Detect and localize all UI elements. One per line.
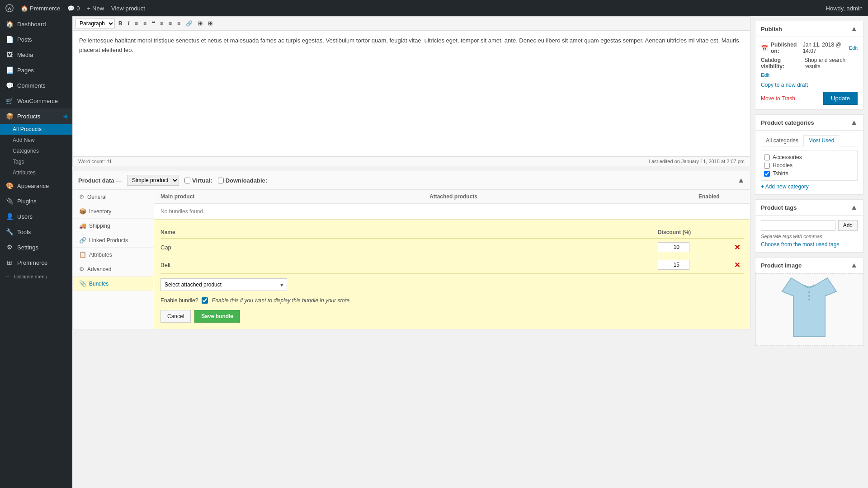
published-date-edit-link[interactable]: Edit [849, 45, 858, 51]
collapse-menu[interactable]: ← Collapse menu [0, 270, 72, 283]
product-image[interactable] [755, 273, 863, 346]
editor-content[interactable]: Pellentesque habitant morbi tristique se… [72, 30, 750, 157]
nav-item-general[interactable]: ⚙ General [73, 190, 154, 204]
product-data-body: ⚙ General 📦 Inventory 🚚 Shipping 🔗 [73, 190, 750, 329]
nav-item-bundles[interactable]: 📎 Bundles [73, 277, 154, 291]
cap-discount-input[interactable] [658, 242, 689, 252]
word-count: Word count: 41 [78, 159, 112, 164]
align-center-button[interactable]: ≡ [167, 19, 174, 28]
cancel-button[interactable]: Cancel [160, 310, 191, 323]
align-right-button[interactable]: ≡ [175, 19, 182, 28]
bundles-content: Main product Attached products Enabled N… [154, 190, 750, 329]
svg-point-2 [808, 291, 810, 293]
tags-panel-toggle[interactable]: ▲ [850, 203, 858, 211]
add-tag-button[interactable]: Add [838, 220, 858, 231]
users-icon: 👤 [5, 212, 14, 221]
advanced-nav-icon: ⚙ [79, 266, 85, 272]
add-category-link[interactable]: + Add new category [761, 183, 858, 190]
insert-media-button[interactable]: ⊞ [206, 19, 214, 28]
remove-cap-button[interactable]: ✕ [730, 243, 744, 252]
downloadable-checkbox[interactable] [218, 178, 224, 183]
bundles-nav-icon: 📎 [79, 280, 86, 287]
visibility-edit-link[interactable]: Edit [761, 72, 769, 78]
sidebar-item-comments[interactable]: 💬 Comments [0, 78, 72, 93]
category-accessories-checkbox[interactable] [764, 155, 770, 160]
sidebar-item-plugins[interactable]: 🔌 Plugins [0, 193, 72, 209]
most-used-tags-link[interactable]: Choose from the most used tags [761, 241, 839, 248]
category-accessories: Accessories [764, 153, 854, 161]
categories-panel-header: Product categories ▲ [755, 115, 863, 131]
nav-item-attributes[interactable]: 📋 Attributes [73, 248, 154, 262]
category-hoodies-checkbox[interactable] [764, 163, 770, 169]
product-data-label: Product data — [78, 177, 122, 184]
sidebar-item-premmerce[interactable]: ⊞ Premmerce [0, 255, 72, 270]
sidebar-item-products[interactable]: 📦 Products ◀ [0, 108, 72, 124]
nav-item-shipping[interactable]: 🚚 Shipping [73, 219, 154, 233]
move-trash-link[interactable]: Move to Trash [761, 95, 795, 102]
update-button[interactable]: Update [823, 92, 858, 105]
unordered-list-button[interactable]: ≡ [133, 19, 140, 28]
insert-table-button[interactable]: ⊞ [196, 19, 204, 28]
sidebar-sub-add-new[interactable]: Add New [0, 135, 72, 145]
bold-button[interactable]: B [117, 19, 124, 28]
bundle-edit-area: Name Discount (%) Cap ✕ [154, 220, 750, 329]
sidebar-item-woocommerce[interactable]: 🛒 WooCommerce [0, 93, 72, 108]
italic-button[interactable]: I [126, 19, 131, 28]
sidebar-sub-tags[interactable]: Tags [0, 156, 72, 167]
nav-item-advanced[interactable]: ⚙ Advanced [73, 262, 154, 277]
categories-panel-toggle[interactable]: ▲ [850, 118, 858, 127]
sidebar-item-tools[interactable]: 🔧 Tools [0, 224, 72, 239]
align-left-button[interactable]: ≡ [158, 19, 165, 28]
belt-discount-input[interactable] [658, 260, 689, 270]
sidebar-sub-categories[interactable]: Categories [0, 145, 72, 156]
remove-belt-button[interactable]: ✕ [730, 261, 744, 269]
inventory-nav-icon: 📦 [79, 208, 86, 215]
editor-wrap: Paragraph B I ≡ ≡ ❝ ≡ ≡ ≡ 🔗 ⊞ ⊞ Pellente… [72, 16, 750, 166]
visibility-edit-row: Edit [761, 72, 858, 78]
sidebar-item-users[interactable]: 👤 Users [0, 209, 72, 224]
comments-link[interactable]: 💬 0 [67, 5, 80, 12]
tags-input[interactable] [761, 220, 835, 231]
publish-date-row: 📅 Published on: Jan 11, 2018 @ 14:07 Edi… [761, 42, 858, 54]
save-bundle-button[interactable]: Save bundle [194, 310, 240, 323]
sidebar-item-appearance[interactable]: 🎨 Appearance [0, 178, 72, 193]
blockquote-button[interactable]: ❝ [150, 19, 156, 28]
link-button[interactable]: 🔗 [184, 19, 194, 28]
sidebar-item-pages[interactable]: 📃 Pages [0, 62, 72, 78]
publish-panel-toggle[interactable]: ▲ [850, 25, 858, 33]
sidebar-sub-all-products[interactable]: All Products [0, 124, 72, 135]
nav-item-inventory[interactable]: 📦 Inventory [73, 204, 154, 219]
sidebar-item-media[interactable]: 🖼 Media [0, 47, 72, 62]
sidebar-item-dashboard[interactable]: 🏠 Dashboard [0, 16, 72, 32]
wp-logo[interactable]: W [5, 4, 14, 12]
sidebar-item-settings[interactable]: ⚙ Settings [0, 239, 72, 255]
paragraph-select[interactable]: Paragraph [75, 19, 115, 28]
tab-most-used[interactable]: Most Used [803, 135, 839, 146]
premmerce-icon: ⊞ [5, 258, 14, 267]
attributes-nav-icon: 📋 [79, 251, 86, 258]
sidebar-item-posts[interactable]: 📄 Posts [0, 32, 72, 47]
product-data-toggle[interactable]: ▲ [737, 176, 745, 184]
bundle-select-row: Select attached product [160, 278, 744, 291]
downloadable-checkbox-group: Downloadable: [218, 177, 267, 184]
category-tshirts-checkbox[interactable] [764, 171, 770, 177]
ordered-list-button[interactable]: ≡ [142, 19, 148, 28]
products-icon: 📦 [5, 112, 14, 120]
tab-all-categories[interactable]: All categories [761, 135, 803, 146]
view-product-link[interactable]: View product [111, 5, 145, 12]
bundle-edit-header: Name Discount (%) [160, 226, 744, 239]
site-name[interactable]: 🏠 Premmerce [21, 5, 60, 12]
image-panel-toggle[interactable]: ▲ [850, 261, 858, 269]
product-type-select[interactable]: Simple product [127, 175, 179, 186]
virtual-checkbox[interactable] [184, 178, 190, 183]
image-panel-body [755, 273, 863, 346]
new-content-link[interactable]: + New [87, 5, 104, 12]
bundle-row-belt: Belt ✕ [160, 256, 744, 274]
enable-bundle-checkbox[interactable] [202, 297, 208, 304]
appearance-icon: 🎨 [5, 182, 14, 190]
copy-draft-link[interactable]: Copy to a new draft [761, 82, 808, 88]
nav-item-linked-products[interactable]: 🔗 Linked Products [73, 233, 154, 248]
sidebar-sub-attributes[interactable]: Attributes [0, 167, 72, 178]
attached-product-select[interactable]: Select attached product [160, 278, 287, 291]
attached-product-select-wrap: Select attached product [160, 278, 287, 291]
